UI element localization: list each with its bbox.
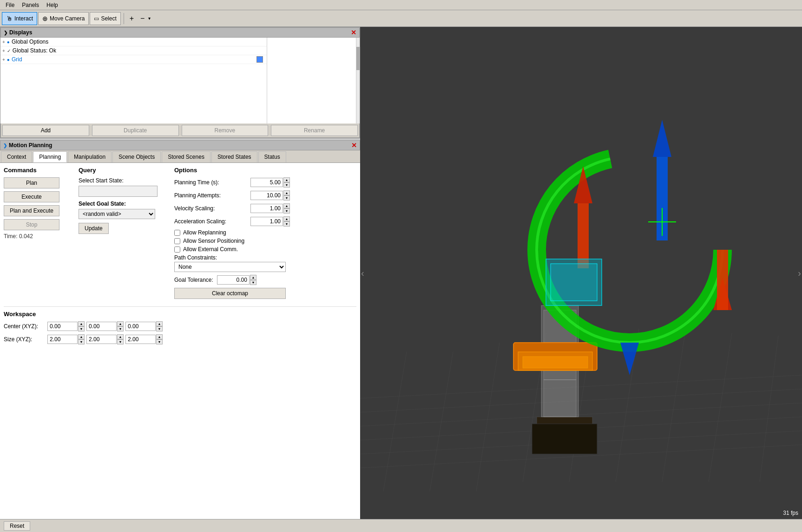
tab-scene-objects[interactable]: Scene Objects bbox=[112, 151, 161, 162]
tab-manipulation[interactable]: Manipulation bbox=[68, 151, 112, 162]
motion-planning-panel: ❯ Motion Planning ✕ Context Planning Man… bbox=[0, 140, 360, 519]
menubar: File Panels Help bbox=[0, 0, 802, 10]
center-y-up[interactable]: ▲ bbox=[117, 321, 124, 326]
plan-button[interactable]: Plan bbox=[4, 177, 59, 188]
size-x-input[interactable]: 2.00 bbox=[47, 335, 78, 344]
size-y-input[interactable]: 2.00 bbox=[86, 335, 117, 344]
planning-attempts-spinner: 10.00 ▲ ▼ bbox=[250, 190, 290, 201]
update-button[interactable]: Update bbox=[79, 223, 109, 234]
planning-time-arrows: ▲ ▼ bbox=[283, 177, 290, 188]
start-state-input[interactable] bbox=[79, 186, 158, 197]
displays-arrow-icon: ❯ bbox=[4, 30, 7, 35]
tab-planning[interactable]: Planning bbox=[33, 151, 67, 162]
allow-replanning-checkbox[interactable] bbox=[174, 230, 180, 236]
options-column: Options Planning Time (s): 5.00 ▲ ▼ bbox=[174, 167, 356, 299]
planning-attempts-up-arrow[interactable]: ▲ bbox=[283, 190, 290, 195]
acceleration-scaling-up-arrow[interactable]: ▲ bbox=[283, 216, 290, 221]
tab-stored-scenes[interactable]: Stored Scenes bbox=[162, 151, 210, 162]
toolbar-separator bbox=[124, 13, 124, 24]
planning-attempts-input[interactable]: 10.00 bbox=[250, 191, 283, 200]
scrollbar-thumb[interactable] bbox=[356, 47, 360, 70]
motion-planning-header: ❯ Motion Planning ✕ bbox=[0, 140, 360, 150]
goal-state-dropdown[interactable]: <random valid> bbox=[79, 209, 155, 219]
motion-planning-close-icon[interactable]: ✕ bbox=[351, 142, 357, 149]
viewport[interactable]: ‹ › 31 fps bbox=[360, 27, 802, 519]
list-item[interactable]: + ✓ Global Status: Ok bbox=[0, 46, 267, 55]
stop-button[interactable]: Stop bbox=[4, 219, 59, 230]
camera-icon: ⊕ bbox=[42, 15, 48, 22]
menu-panels[interactable]: Panels bbox=[18, 1, 43, 9]
center-y-arrows: ▲ ▼ bbox=[117, 321, 124, 331]
acceleration-scaling-dn-arrow[interactable]: ▼ bbox=[283, 221, 290, 227]
displays-close-icon[interactable]: ✕ bbox=[351, 29, 356, 36]
menu-file[interactable]: File bbox=[2, 1, 18, 9]
allow-external-comm-checkbox[interactable] bbox=[174, 247, 180, 253]
menu-help[interactable]: Help bbox=[43, 1, 62, 9]
rename-button[interactable]: Rename bbox=[271, 125, 358, 136]
planning-time-up-arrow[interactable]: ▲ bbox=[283, 177, 290, 182]
plan-execute-button[interactable]: Plan and Execute bbox=[4, 205, 59, 216]
viewport-right-arrow[interactable]: › bbox=[798, 268, 801, 279]
planning-attempts-arrows: ▲ ▼ bbox=[283, 190, 290, 201]
center-x-input[interactable]: 0.00 bbox=[47, 322, 78, 331]
list-item[interactable]: + ● Global Options bbox=[0, 38, 267, 46]
center-z-input[interactable]: 0.00 bbox=[125, 322, 156, 331]
size-z-up[interactable]: ▲ bbox=[156, 334, 163, 339]
velocity-scaling-dn-arrow[interactable]: ▼ bbox=[283, 208, 290, 214]
select-button[interactable]: ▭ Select bbox=[90, 12, 120, 25]
execute-button[interactable]: Execute bbox=[4, 191, 59, 202]
fps-label: 31 fps bbox=[783, 510, 798, 516]
move-camera-button[interactable]: ⊕ Move Camera bbox=[38, 12, 89, 25]
acceleration-scaling-input[interactable]: 1.00 bbox=[250, 217, 283, 226]
center-y-input[interactable]: 0.00 bbox=[86, 322, 117, 331]
goal-tolerance-dn-arrow[interactable]: ▼ bbox=[250, 280, 256, 285]
allow-sensor-positioning-checkbox[interactable] bbox=[174, 238, 180, 244]
tab-status[interactable]: Status bbox=[258, 151, 286, 162]
goal-tolerance-input[interactable]: 0.00 bbox=[217, 275, 250, 285]
size-z-input[interactable]: 2.00 bbox=[125, 335, 156, 344]
query-title: Query bbox=[79, 167, 167, 174]
toolbar-minus-icon[interactable]: − bbox=[138, 13, 147, 24]
list-item[interactable]: + ● Grid bbox=[0, 55, 267, 64]
tab-context[interactable]: Context bbox=[1, 151, 32, 162]
interact-button[interactable]: 🖱 Interact bbox=[2, 12, 37, 25]
center-y-dn[interactable]: ▼ bbox=[117, 326, 124, 331]
velocity-scaling-spinner: 1.00 ▲ ▼ bbox=[250, 203, 290, 214]
workspace-title: Workspace bbox=[4, 311, 356, 318]
planning-time-input[interactable]: 5.00 bbox=[250, 178, 283, 187]
size-y-up[interactable]: ▲ bbox=[117, 334, 124, 339]
size-y-dn[interactable]: ▼ bbox=[117, 339, 124, 344]
interact-label: Interact bbox=[14, 15, 33, 22]
size-x-dn[interactable]: ▼ bbox=[78, 339, 85, 344]
velocity-scaling-input[interactable]: 1.00 bbox=[250, 204, 283, 213]
size-z-dn[interactable]: ▼ bbox=[156, 339, 163, 344]
displays-buttons: Add Duplicate Remove Rename bbox=[0, 123, 360, 138]
displays-empty-area bbox=[0, 64, 267, 110]
goal-tolerance-up-arrow[interactable]: ▲ bbox=[250, 275, 256, 280]
motion-planning-title: Motion Planning bbox=[9, 142, 351, 149]
planning-time-dn-arrow[interactable]: ▼ bbox=[283, 182, 290, 188]
center-z-up[interactable]: ▲ bbox=[156, 321, 163, 326]
path-constraints-select[interactable]: None bbox=[174, 262, 286, 272]
add-button[interactable]: Add bbox=[2, 125, 89, 136]
svg-rect-17 bbox=[532, 424, 597, 454]
duplicate-button[interactable]: Duplicate bbox=[92, 125, 179, 136]
size-x-up[interactable]: ▲ bbox=[78, 334, 85, 339]
tab-stored-states[interactable]: Stored States bbox=[211, 151, 257, 162]
dot-icon: ● bbox=[7, 39, 10, 45]
dot-icon: ● bbox=[7, 57, 10, 62]
clear-octomap-button[interactable]: Clear octomap bbox=[174, 288, 286, 299]
toolbar-plus-icon[interactable]: + bbox=[127, 13, 137, 24]
toolbar-dropdown-arrow[interactable]: ▾ bbox=[148, 16, 151, 21]
viewport-left-arrow[interactable]: ‹ bbox=[361, 268, 364, 279]
reset-button[interactable]: Reset bbox=[4, 521, 30, 531]
planning-columns: Commands Plan Execute Plan and Execute S… bbox=[4, 167, 356, 299]
center-x-dn[interactable]: ▼ bbox=[78, 326, 85, 331]
center-z-dn[interactable]: ▼ bbox=[156, 326, 163, 331]
velocity-scaling-up-arrow[interactable]: ▲ bbox=[283, 203, 290, 208]
goal-tolerance-label: Goal Tolerance: bbox=[174, 277, 213, 283]
tree-item-label: Grid bbox=[12, 56, 22, 63]
planning-attempts-dn-arrow[interactable]: ▼ bbox=[283, 195, 290, 201]
remove-button[interactable]: Remove bbox=[182, 125, 269, 136]
center-x-up[interactable]: ▲ bbox=[78, 321, 85, 326]
